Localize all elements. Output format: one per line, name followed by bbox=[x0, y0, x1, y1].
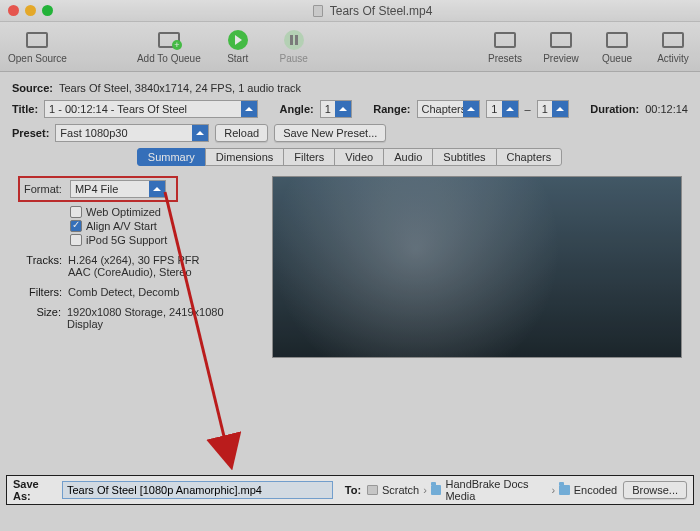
duration-label: Duration: bbox=[590, 103, 639, 115]
filters-label: Filters: bbox=[18, 286, 62, 298]
window-controls bbox=[8, 5, 53, 16]
angle-label: Angle: bbox=[279, 103, 313, 115]
save-path[interactable]: Scratch › HandBrake Docs Media › Encoded bbox=[367, 478, 617, 502]
tracks-label: Tracks: bbox=[18, 254, 62, 278]
chevron-right-icon: › bbox=[552, 484, 556, 496]
range-dash: – bbox=[525, 103, 531, 115]
play-icon bbox=[228, 30, 248, 50]
document-icon bbox=[313, 5, 323, 17]
to-label: To: bbox=[345, 484, 361, 496]
save-as-bar: Save As: To: Scratch › HandBrake Docs Me… bbox=[6, 475, 694, 505]
tabs: Summary Dimensions Filters Video Audio S… bbox=[12, 148, 688, 166]
window-title: Tears Of Steel.mp4 bbox=[53, 4, 692, 18]
folder-icon bbox=[559, 485, 570, 495]
preview-icon bbox=[550, 32, 572, 48]
save-as-label: Save As: bbox=[13, 478, 56, 502]
drive-icon bbox=[367, 485, 378, 495]
source-value: Tears Of Steel, 3840x1714, 24 FPS, 1 aud… bbox=[59, 82, 301, 94]
preset-select[interactable]: Fast 1080p30 bbox=[55, 124, 209, 142]
format-label: Format: bbox=[24, 183, 62, 195]
format-box: Format: MP4 File bbox=[18, 176, 178, 202]
save-new-preset-button[interactable]: Save New Preset... bbox=[274, 124, 386, 142]
range-from-select[interactable]: 1 bbox=[486, 100, 518, 118]
format-select[interactable]: MP4 File bbox=[70, 180, 166, 198]
start-button[interactable]: Start bbox=[219, 29, 257, 64]
add-to-queue-button[interactable]: + Add To Queue bbox=[137, 29, 201, 64]
checkbox-checked-icon bbox=[70, 220, 82, 232]
chevron-right-icon: › bbox=[423, 484, 427, 496]
activity-button[interactable]: Activity bbox=[654, 29, 692, 64]
save-as-input[interactable] bbox=[62, 481, 333, 499]
pause-icon bbox=[284, 30, 304, 50]
preview-button[interactable]: Preview bbox=[542, 29, 580, 64]
folder-icon bbox=[431, 485, 442, 495]
tab-dimensions[interactable]: Dimensions bbox=[205, 148, 284, 166]
presets-button[interactable]: Presets bbox=[486, 29, 524, 64]
title-select[interactable]: 1 - 00:12:14 - Tears Of Steel bbox=[44, 100, 258, 118]
activity-icon bbox=[662, 32, 684, 48]
range-type-select[interactable]: Chapters bbox=[417, 100, 481, 118]
tracks-video: H.264 (x264), 30 FPS PFR bbox=[68, 254, 199, 266]
zoom-window[interactable] bbox=[42, 5, 53, 16]
browse-button[interactable]: Browse... bbox=[623, 481, 687, 499]
title-label: Title: bbox=[12, 103, 38, 115]
tab-audio[interactable]: Audio bbox=[383, 148, 433, 166]
path-1: HandBrake Docs Media bbox=[445, 478, 547, 502]
source-label: Source: bbox=[12, 82, 53, 94]
close-window[interactable] bbox=[8, 5, 19, 16]
checkbox-icon bbox=[70, 234, 82, 246]
angle-select[interactable]: 1 bbox=[320, 100, 352, 118]
tab-summary[interactable]: Summary bbox=[137, 148, 206, 166]
preview-image bbox=[272, 176, 682, 358]
pause-button[interactable]: Pause bbox=[275, 29, 313, 64]
duration-value: 00:12:14 bbox=[645, 103, 688, 115]
toolbar: Open Source + Add To Queue Start Pause P… bbox=[0, 22, 700, 72]
range-to-select[interactable]: 1 bbox=[537, 100, 569, 118]
open-source-button[interactable]: Open Source bbox=[8, 29, 67, 64]
stack-icon bbox=[606, 32, 628, 48]
align-av-row[interactable]: Align A/V Start bbox=[70, 220, 258, 232]
range-label: Range: bbox=[373, 103, 410, 115]
tab-video[interactable]: Video bbox=[334, 148, 384, 166]
ipod-5g-row[interactable]: iPod 5G Support bbox=[70, 234, 258, 246]
checkbox-icon bbox=[70, 206, 82, 218]
tab-subtitles[interactable]: Subtitles bbox=[432, 148, 496, 166]
filters-value: Comb Detect, Decomb bbox=[68, 286, 179, 298]
queue-add-icon: + bbox=[158, 32, 180, 48]
path-0: Scratch bbox=[382, 484, 419, 496]
queue-button[interactable]: Queue bbox=[598, 29, 636, 64]
tab-filters[interactable]: Filters bbox=[283, 148, 335, 166]
tab-chapters[interactable]: Chapters bbox=[496, 148, 563, 166]
size-value: 1920x1080 Storage, 2419x1080 Display bbox=[67, 306, 258, 330]
titlebar: Tears Of Steel.mp4 bbox=[0, 0, 700, 22]
sliders-icon bbox=[494, 32, 516, 48]
web-optimized-row[interactable]: Web Optimized bbox=[70, 206, 258, 218]
reload-button[interactable]: Reload bbox=[215, 124, 268, 142]
path-2: Encoded bbox=[574, 484, 617, 496]
film-icon bbox=[26, 32, 48, 48]
tracks-audio: AAC (CoreAudio), Stereo bbox=[68, 266, 199, 278]
size-label: Size: bbox=[18, 306, 61, 330]
preset-label: Preset: bbox=[12, 127, 49, 139]
window-title-text: Tears Of Steel.mp4 bbox=[330, 4, 433, 18]
minimize-window[interactable] bbox=[25, 5, 36, 16]
